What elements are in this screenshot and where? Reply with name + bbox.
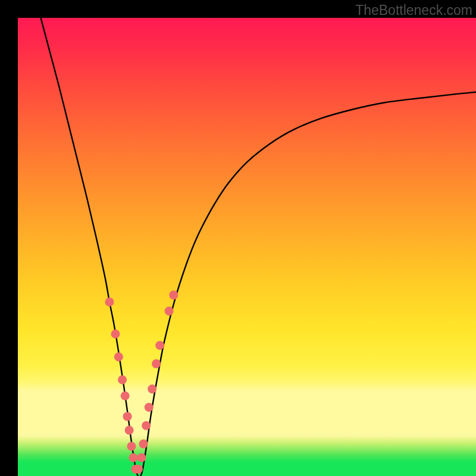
data-dot — [165, 306, 174, 315]
data-dot — [137, 453, 146, 462]
data-dot — [148, 384, 156, 393]
data-dot — [105, 298, 114, 306]
bottleneck-curve — [41, 18, 477, 476]
data-dot — [121, 392, 130, 400]
data-dot — [145, 403, 154, 412]
data-dot — [127, 441, 136, 450]
chart-frame: TheBottleneck.com — [0, 0, 476, 476]
data-dot — [111, 330, 120, 339]
data-dot — [114, 352, 123, 361]
watermark-text: TheBottleneck.com — [355, 2, 472, 18]
data-dot — [152, 359, 161, 368]
curve-layer — [18, 18, 476, 476]
data-dot — [123, 412, 132, 421]
data-dots — [105, 290, 178, 474]
data-dot — [155, 341, 164, 350]
data-dot — [118, 375, 127, 384]
data-dot — [139, 440, 148, 449]
plot-area — [18, 18, 476, 476]
data-dot — [129, 453, 138, 462]
data-dot — [134, 465, 143, 474]
data-dot — [142, 421, 151, 430]
data-dot — [125, 426, 134, 435]
data-dot — [169, 290, 178, 299]
